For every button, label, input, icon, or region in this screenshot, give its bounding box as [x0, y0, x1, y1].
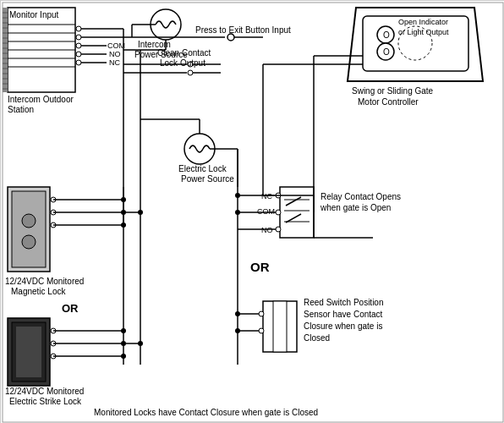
svg-point-9	[76, 26, 81, 31]
svg-text:Lock Output: Lock Output	[160, 58, 205, 68]
svg-text:12/24VDC Monitored: 12/24VDC Monitored	[5, 387, 84, 396]
svg-text:Clean Contact: Clean Contact	[157, 48, 211, 58]
svg-point-136	[259, 311, 264, 316]
svg-text:Reed Switch Position: Reed Switch Position	[304, 298, 384, 307]
svg-text:Sensor have Contact: Sensor have Contact	[304, 310, 383, 319]
svg-rect-115	[280, 187, 314, 238]
svg-text:Closure when gate is: Closure when gate is	[304, 321, 382, 331]
svg-point-11	[76, 43, 81, 48]
svg-point-104	[121, 197, 126, 202]
svg-text:Closed: Closed	[304, 333, 330, 343]
svg-point-10	[76, 35, 81, 40]
svg-point-121	[276, 227, 281, 232]
svg-text:Open Indicator: Open Indicator	[398, 18, 448, 26]
svg-text:Motor Controller: Motor Controller	[358, 97, 419, 107]
svg-text:Swing or Sliding Gate: Swing or Sliding Gate	[352, 86, 434, 96]
svg-rect-135	[273, 301, 287, 352]
svg-text:OR: OR	[250, 260, 270, 274]
svg-point-13	[76, 60, 81, 65]
svg-text:Electric Strike Lock: Electric Strike Lock	[9, 397, 82, 406]
svg-point-72	[22, 214, 36, 228]
svg-text:when gate is Open: when gate is Open	[320, 203, 391, 212]
svg-text:COM: COM	[257, 207, 275, 216]
svg-text:Magnetic Lock: Magnetic Lock	[11, 287, 66, 296]
svg-point-73	[22, 235, 36, 249]
svg-point-50	[227, 34, 234, 41]
svg-rect-15	[3, 8, 8, 92]
svg-text:Monitored Locks have Contact C: Monitored Locks have Contact Closure whe…	[94, 408, 318, 417]
svg-text:OR: OR	[62, 302, 79, 315]
svg-point-112	[121, 341, 126, 346]
svg-text:Intercom Outdoor: Intercom Outdoor	[8, 95, 74, 104]
svg-point-105	[121, 210, 126, 215]
svg-text:NO: NO	[261, 226, 273, 234]
svg-text:COM: COM	[107, 41, 125, 50]
svg-point-106	[121, 222, 126, 228]
svg-text:Power Source: Power Source	[181, 174, 234, 184]
svg-text:Monitor Input: Monitor Input	[9, 10, 59, 19]
svg-point-58	[188, 70, 193, 75]
svg-rect-88	[16, 327, 41, 377]
svg-point-137	[259, 328, 264, 333]
svg-point-111	[121, 328, 126, 333]
svg-text:Station: Station	[8, 105, 34, 114]
svg-point-12	[76, 52, 81, 57]
svg-text:12/24VDC Monitored: 12/24VDC Monitored	[5, 277, 84, 286]
svg-text:Electric Lock: Electric Lock	[178, 164, 227, 173]
wiring-diagram: Monitor Input Intercom Outdoor Station I…	[0, 0, 504, 423]
svg-point-114	[138, 341, 143, 346]
svg-text:NC: NC	[109, 58, 120, 67]
svg-point-107	[138, 210, 143, 215]
svg-text:O: O	[383, 47, 390, 57]
svg-text:NO: NO	[109, 50, 121, 58]
svg-point-120	[276, 210, 281, 215]
svg-text:Press to Exit Button Input: Press to Exit Button Input	[195, 25, 291, 35]
svg-point-113	[121, 354, 126, 359]
svg-text:Relay Contact Opens: Relay Contact Opens	[320, 192, 401, 201]
svg-text:or Light Output: or Light Output	[398, 28, 449, 36]
svg-rect-71	[12, 191, 46, 267]
svg-text:O: O	[383, 30, 390, 40]
